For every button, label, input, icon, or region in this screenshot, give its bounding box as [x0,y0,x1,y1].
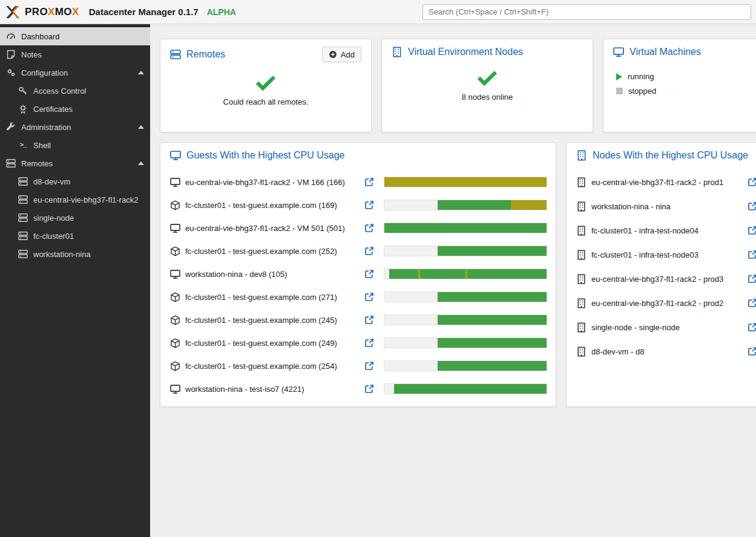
node-label: workstation-nina - nina [591,202,743,211]
plus-circle-icon [329,50,337,59]
server-stack-icon [18,177,28,186]
guest-row: eu-central-vie-bhg37-fl1-rack2 - VM 166 … [170,175,546,189]
play-triangle-icon [616,73,622,80]
external-link-icon[interactable] [364,246,374,256]
vm-state-legend: running stopped [613,72,756,96]
sidebar-item-label: Notes [21,50,42,59]
app-window: PROXMOX Datacenter Manager 0.1.7 ALPHA D… [0,0,756,537]
sidebar-item-administration[interactable]: Administration [0,118,150,136]
building-icon [576,150,587,161]
external-link-icon[interactable] [364,223,374,233]
proxmox-x-logo-icon [5,5,21,19]
sidebar-item-certificates[interactable]: Certificates [0,100,150,118]
sidebar-item-remote-d8-dev-vm[interactable]: d8-dev-vm [0,172,150,190]
sidebar-item-remote-fc-cluster01[interactable]: fc-cluster01 [0,227,150,245]
guest-row: fc-cluster01 - test-guest.example.com (2… [170,313,546,327]
sidebar-item-label: fc-cluster01 [33,232,74,241]
cpu-usage-bar [384,291,547,302]
cpu-usage-bar [384,360,547,371]
server-stack-icon [18,195,28,204]
square-icon [616,88,623,94]
remotes-card: Remotes Add Could reach all remotes. [160,39,372,132]
ve-nodes-card: Virtual Environment Nodes 8 nodes online [381,39,593,132]
external-link-icon[interactable] [364,338,374,348]
legend-label: running [628,72,654,81]
sidebar-item-remote-eu-central[interactable]: eu-central-vie-bhg37-fl1-rack2 [0,190,150,209]
sidebar-item-label: Configuration [21,68,68,77]
node-row: fc-cluster01 - infra-test-node04 [576,224,756,237]
external-link-icon[interactable] [748,201,756,211]
guest-label: eu-central-vie-bhg37-fl1-rack2 - VM 166 … [185,178,360,187]
guests-cpu-card: Guests With the Highest CPU Usage eu-cen… [160,142,556,407]
sidebar-item-remotes[interactable]: Remotes [0,154,150,172]
external-link-icon[interactable] [364,361,374,371]
sidebar-item-label: Access Control [33,86,86,96]
sidebar-item-shell[interactable]: >_ Shell [0,136,150,154]
proxmox-logo: PROXMOX [5,5,79,19]
alpha-badge: ALPHA [207,7,236,17]
container-icon [170,292,180,302]
key-icon [18,86,28,96]
card-title: Virtual Machines [629,47,701,57]
legend-item-running: running [616,72,756,81]
external-link-icon[interactable] [364,315,374,325]
container-icon [170,246,180,256]
external-link-icon[interactable] [364,177,374,187]
sidebar-item-label: Certificates [33,105,73,114]
collapse-caret-icon [138,71,144,74]
add-button-label: Add [341,50,355,59]
certificate-icon [18,104,28,114]
card-title: Virtual Environment Nodes [408,47,523,57]
sidebar-item-remote-single-node[interactable]: single-node [0,209,150,227]
cpu-usage-bar [384,314,547,325]
sidebar-item-label: Dashboard [21,32,60,41]
external-link-icon[interactable] [748,322,756,332]
external-link-icon[interactable] [748,274,756,284]
server-stack-icon [18,249,28,259]
guest-row: workstation-nina - test-iso7 (4221) [170,382,546,395]
node-label: fc-cluster01 - infra-test-node03 [591,250,743,259]
cpu-usage-bar [384,337,547,348]
external-link-icon[interactable] [364,384,374,394]
vm-icon [170,223,180,233]
sidebar-item-label: single-node [33,213,74,223]
external-link-icon[interactable] [364,292,374,302]
guest-label: fc-cluster01 - test-guest.example.com (2… [185,293,360,302]
proxmox-wordmark: PROXMOX [25,6,79,18]
check-icon [474,65,501,89]
sidebar-item-dashboard[interactable]: Dashboard [0,27,150,45]
container-icon [170,361,180,371]
external-link-icon[interactable] [748,226,756,235]
virtual-machines-card: Virtual Machines running stopped [603,39,756,132]
node-row: eu-central-vie-bhg37-fl1-rack2 - prod2 [576,296,756,310]
sidebar-item-configuration[interactable]: Configuration [0,63,150,82]
sidebar-item-access-control[interactable]: Access Control [0,82,150,100]
external-link-icon[interactable] [748,177,756,187]
server-stack-icon [170,49,181,60]
sidebar-nav: Dashboard Notes Configuration Access Con… [0,24,150,537]
external-link-icon[interactable] [364,200,374,210]
node-label: fc-cluster01 - infra-test-node04 [591,226,743,235]
guest-row: fc-cluster01 - test-guest.example.com (2… [170,359,546,373]
sidebar-item-notes[interactable]: Notes [0,45,150,63]
node-icon [576,274,587,284]
external-link-icon[interactable] [748,347,756,356]
node-row: fc-cluster01 - infra-test-node03 [576,248,756,261]
guest-row: fc-cluster01 - test-guest.example.com (2… [170,336,546,350]
vm-icon [170,269,180,279]
external-link-icon[interactable] [748,250,756,259]
external-link-icon[interactable] [748,298,756,308]
sidebar-item-label: eu-central-vie-bhg37-fl1-rack2 [33,195,138,204]
sidebar-item-remote-workstation-nina[interactable]: workstation-nina [0,245,150,263]
terminal-prompt-icon: >_ [18,140,28,150]
remotes-status-text: Could reach all remotes. [223,97,309,106]
node-row: eu-central-vie-bhg37-fl1-rack2 - prod1 [576,175,756,189]
gears-icon [6,68,16,77]
node-row: eu-central-vie-bhg37-fl1-rack2 - prod3 [576,272,756,285]
external-link-icon[interactable] [364,269,374,279]
cpu-usage-bar [384,177,547,187]
search-input[interactable] [422,4,751,20]
monitor-icon [613,47,624,57]
add-remote-button[interactable]: Add [322,47,361,62]
guest-row: workstation-nina - dev8 (105) [170,267,546,281]
